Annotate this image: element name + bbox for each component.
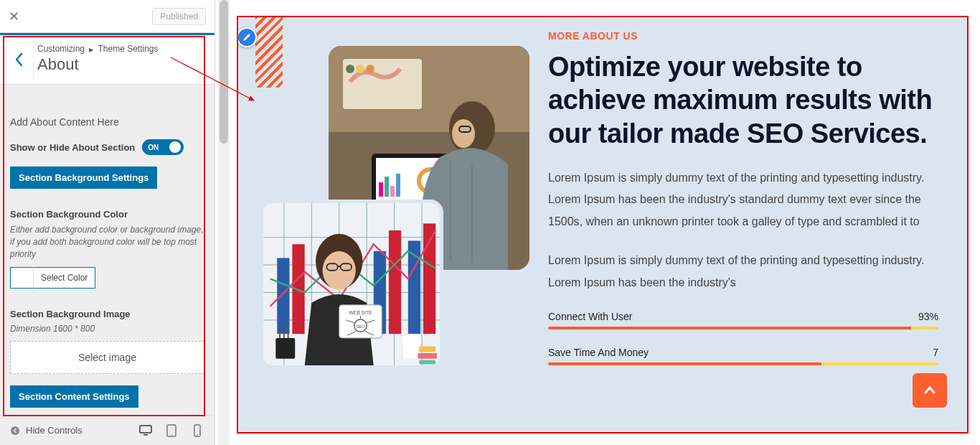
desktop-view-button[interactable]: [138, 423, 153, 438]
svg-rect-10: [343, 59, 422, 109]
progress-bar: [548, 327, 938, 329]
scrollbar[interactable]: [218, 0, 230, 445]
section-content-settings-button[interactable]: Section Content Settings: [10, 385, 138, 408]
svg-point-6: [197, 434, 198, 435]
svg-text:SEO: SEO: [356, 324, 365, 329]
progress-label: Save Time And Money: [548, 347, 649, 358]
panel-heading: Add About Content Here: [10, 116, 204, 128]
svg-rect-18: [390, 186, 395, 197]
svg-point-4: [171, 434, 172, 435]
svg-point-11: [346, 65, 354, 73]
toggle-knob: [169, 141, 181, 153]
hide-controls-label: Hide Controls: [26, 425, 83, 436]
customizer-sidebar: ✕ Published Customizing ▶ Theme Settings…: [0, 0, 215, 445]
breadcrumb-path: Customizing ▶ Theme Settings: [37, 44, 204, 54]
svg-rect-37: [277, 258, 289, 334]
mobile-view-button[interactable]: [190, 423, 204, 438]
back-button[interactable]: [7, 48, 30, 71]
show-hide-toggle-row: Show or Hide About Section ON: [10, 139, 204, 155]
color-picker: Select Color: [10, 267, 204, 289]
svg-rect-40: [389, 230, 401, 334]
live-preview: WEB SITE SEO MORE ABOUT US Optimize your…: [237, 16, 969, 434]
progress-value: 7: [933, 347, 938, 358]
bg-image-dimension: Dimension 1600 * 800: [10, 324, 204, 334]
progress-fill: [548, 362, 821, 365]
select-color-button[interactable]: Select Color: [33, 267, 95, 289]
published-button[interactable]: Published: [152, 8, 206, 25]
svg-rect-61: [418, 353, 437, 359]
svg-point-13: [366, 65, 374, 73]
progress-item: Connect With User 93%: [548, 311, 938, 329]
progress-item: Save Time And Money 7: [548, 347, 938, 365]
hide-controls-button[interactable]: Hide Controls: [10, 425, 83, 436]
progress-bar: [548, 362, 938, 365]
svg-rect-1: [140, 426, 151, 433]
breadcrumb-customizing: Customizing: [37, 44, 85, 54]
chevron-left-icon: [14, 52, 23, 67]
toggle-state-text: ON: [148, 144, 159, 151]
bg-color-label: Section Background Color: [10, 209, 204, 220]
scroll-to-top-button[interactable]: [913, 373, 947, 408]
svg-point-0: [11, 426, 19, 435]
breadcrumb-theme-settings: Theme Settings: [98, 44, 159, 54]
about-paragraph-2: Lorem Ipsum is simply dummy text of the …: [548, 250, 938, 294]
svg-text:WEB SITE: WEB SITE: [349, 310, 372, 315]
progress-value: 93%: [918, 311, 938, 322]
customizer-bottom-bar: Hide Controls: [0, 415, 215, 445]
collapse-icon: [10, 426, 20, 436]
about-image-secondary: WEB SITE SEO: [260, 200, 443, 369]
svg-rect-17: [385, 177, 389, 197]
svg-rect-57: [275, 338, 295, 359]
pencil-icon: [242, 32, 252, 42]
svg-rect-62: [419, 360, 435, 365]
svg-rect-2: [143, 434, 148, 436]
edit-section-button[interactable]: [237, 27, 257, 47]
bg-image-label: Section Background Image: [10, 309, 204, 319]
about-paragraph-1: Lorem Ipsum is simply dummy text of the …: [548, 167, 938, 233]
svg-rect-60: [419, 346, 435, 352]
section-title: About: [37, 55, 204, 74]
about-eyebrow: MORE ABOUT US: [548, 30, 938, 42]
color-swatch[interactable]: [10, 267, 33, 289]
about-image-column: WEB SITE SEO: [257, 27, 529, 422]
select-image-button[interactable]: Select image: [10, 341, 204, 374]
svg-rect-16: [379, 182, 383, 197]
svg-rect-59: [403, 341, 420, 359]
tablet-view-button[interactable]: [164, 423, 179, 438]
show-hide-toggle[interactable]: ON: [142, 139, 184, 155]
section-bg-settings-button[interactable]: Section Background Settings: [10, 167, 157, 189]
svg-point-24: [452, 119, 475, 148]
svg-rect-19: [396, 174, 400, 197]
close-icon[interactable]: ✕: [9, 9, 19, 24]
toggle-label: Show or Hide About Section: [10, 142, 135, 153]
bg-color-help: Either add background color or backgroun…: [10, 224, 204, 260]
chevron-right-icon: ▶: [89, 47, 93, 53]
about-text-column: MORE ABOUT US Optimize your website to a…: [548, 27, 938, 422]
about-headline: Optimize your website to achieve maximum…: [548, 50, 938, 150]
scrollbar-thumb[interactable]: [220, 0, 228, 144]
customizer-panel: Add About Content Here Show or Hide Abou…: [0, 85, 215, 416]
progress-fill: [548, 327, 911, 329]
breadcrumb: Customizing ▶ Theme Settings About: [0, 33, 215, 85]
customizer-topbar: ✕ Published: [0, 0, 215, 33]
svg-point-12: [356, 65, 364, 73]
progress-label: Connect With User: [548, 311, 632, 322]
svg-point-44: [323, 251, 356, 290]
chevron-up-icon: [922, 383, 938, 398]
